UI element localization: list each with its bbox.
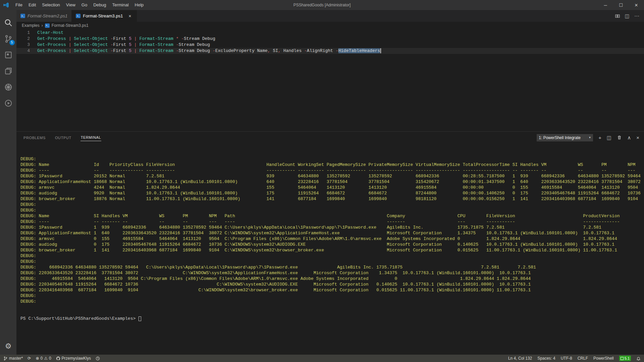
breadcrumb-folder[interactable]: Examples — [22, 23, 40, 28]
language-mode-status[interactable]: PowerShell — [593, 356, 614, 361]
eol-status[interactable]: CRLF — [578, 356, 588, 361]
cursor-position-status[interactable]: Ln 4, Col 132 — [508, 356, 532, 361]
git-branch-icon — [3, 356, 8, 361]
powershell-version-badge[interactable]: 5.1 — [619, 356, 631, 361]
terminal-line: DEBUG: ApplicationFrameHost 1 640 220363… — [20, 230, 644, 236]
tab-close-icon[interactable]: × — [127, 13, 132, 19]
notifications-bell-icon[interactable] — [636, 356, 641, 361]
terminal-line: DEBUG: 668942336 64634880 135278592 5946… — [20, 264, 644, 270]
tab-format-stream2[interactable]: >_ Format-Stream2.ps1 — [16, 10, 72, 22]
code-line[interactable]: 2Get-Process | Select-Object -First 5 | … — [16, 36, 644, 42]
tab-terminal[interactable]: TERMINAL — [80, 134, 101, 141]
terminal-line: DEBUG: — [20, 253, 644, 259]
terminal-line: DEBUG: armsvc 0 155 46915584 5464064 141… — [20, 236, 644, 242]
more-actions-icon[interactable]: ⋯ — [634, 13, 639, 19]
line-number: 1 — [16, 30, 37, 36]
menu-edit[interactable]: Edit — [25, 0, 39, 10]
menu-terminal[interactable]: Terminal — [109, 0, 131, 10]
sync-icon[interactable]: ⟳ — [28, 356, 31, 361]
terminal-line: DEBUG: audiodg 0 175 2203405467648 11915… — [20, 242, 644, 247]
menu-view[interactable]: View — [63, 0, 78, 10]
terminal-line: DEBUG: ApplicationFrameHost 18668 Normal… — [20, 179, 644, 185]
terminal-line: DEBUG: Name SI Handles VM WS PM NPM Path… — [20, 213, 644, 219]
breadcrumb-file[interactable]: Format-Stream3.ps1 — [52, 23, 89, 28]
extension-icon[interactable] — [0, 47, 16, 63]
encoding-status[interactable]: UTF-8 — [561, 356, 572, 361]
menu-file[interactable]: File — [12, 0, 25, 10]
maximize-panel-icon[interactable]: ∧ — [627, 135, 631, 140]
run-circle-icon[interactable] — [0, 95, 16, 111]
line-number: 2 — [16, 36, 37, 42]
terminal-line: DEBUG: armsvc 4244 Normal 1.824.29.8644 … — [20, 185, 644, 190]
split-terminal-icon[interactable]: ◫ — [607, 135, 611, 140]
warning-icon: ⚠ — [44, 356, 48, 361]
shell-selector-value: 1: PowerShell Integrate — [539, 135, 587, 140]
problems-status[interactable]: ⊗ 0 ⚠ 0 — [36, 356, 51, 361]
analyzer-wheel-icon[interactable] — [0, 79, 16, 95]
terminal-line: DEBUG: ---- -- ------- -- -- -- --- ----… — [20, 219, 644, 225]
shell-selector-dropdown[interactable]: 1: PowerShell Integrate ▼ — [537, 134, 593, 141]
terminal-line: DEBUG: ---- -- ------------- -----------… — [20, 168, 644, 173]
tab-label: Format-Stream3.ps1 — [83, 13, 123, 18]
panel-header: PROBLEMS OUTPUT TERMINAL 1: PowerShell I… — [16, 132, 644, 143]
github-icon — [56, 356, 60, 361]
terminal-line: DEBUG: browser_broker 18876 Normal 11.00… — [20, 196, 644, 202]
powershell-file-icon: >_ — [20, 14, 25, 18]
open-changes-icon[interactable] — [615, 13, 620, 19]
terminal-line: DEBUG: 2203405467648 11915264 6684672 10… — [20, 282, 644, 287]
tab-label: Format-Stream2.ps1 — [28, 13, 67, 18]
tab-problems[interactable]: PROBLEMS — [23, 134, 46, 141]
bottom-panel: PROBLEMS OUTPUT TERMINAL 1: PowerShell I… — [16, 131, 644, 355]
line-number: 4 — [16, 48, 37, 54]
search-icon[interactable] — [0, 15, 16, 31]
indentation-status[interactable]: Spaces: 4 — [537, 356, 555, 361]
chevron-down-icon: ▼ — [588, 136, 591, 139]
terminal-line: DEBUG: 1Password 20152 Normal 7.2.581 93… — [20, 173, 644, 179]
kill-terminal-trash-icon[interactable] — [617, 135, 622, 140]
code-line[interactable]: 1Clear-Host — [16, 30, 644, 36]
settings-gear-icon[interactable]: ⚙ — [5, 342, 12, 351]
terminal-line: DEBUG: audiodg 9920 Normal 10.0.17763.1 … — [20, 190, 644, 196]
terminal-cursor — [139, 316, 141, 321]
terminal-line: DEBUG: browser_broker 1 141 220341640396… — [20, 247, 644, 253]
title-bar: File Edit Selection View Go Debug Termin… — [0, 0, 644, 10]
clock-icon[interactable] — [96, 356, 100, 361]
terminal-line: DEBUG: — [20, 299, 644, 304]
new-terminal-icon[interactable]: + — [598, 135, 601, 140]
terminal-line: DEBUG: — [20, 202, 644, 207]
terminal-line: DEBUG: 2203633643520 23228416 37781504 3… — [20, 270, 644, 276]
chevron-right-icon: › — [42, 23, 43, 28]
menu-help[interactable]: Help — [132, 0, 147, 10]
source-control-badge: 5 — [9, 40, 15, 45]
terminal-prompt: PS C:\Support\GitHub\PSSharedGoods\Examp… — [20, 316, 644, 321]
breadcrumb[interactable]: Examples › >_ Format-Stream3.ps1 — [16, 22, 644, 29]
menu-debug[interactable]: Debug — [90, 0, 109, 10]
terminal-line: DEBUG: — [20, 259, 644, 264]
minimize-icon[interactable]: ─ — [598, 0, 613, 10]
close-icon[interactable]: ✕ — [629, 0, 644, 10]
menu-selection[interactable]: Selection — [39, 0, 63, 10]
close-panel-icon[interactable]: × — [636, 135, 639, 140]
menu-go[interactable]: Go — [78, 0, 90, 10]
terminal-line: DEBUG: — [20, 207, 644, 213]
code-editor[interactable]: 1Clear-Host2Get-Process | Select-Object … — [16, 29, 644, 131]
source-control-icon[interactable]: 5 — [0, 31, 16, 47]
git-branch-status[interactable]: master* — [3, 356, 23, 361]
terminal-line: DEBUG: 46915584 5464064 1413120 9504 C:\… — [20, 276, 644, 282]
split-editor-icon[interactable]: ◫ — [625, 13, 630, 19]
maximize-icon[interactable]: ☐ — [613, 0, 629, 10]
terminal-line: DEBUG: — [20, 156, 644, 162]
tab-output[interactable]: OUTPUT — [55, 134, 72, 141]
code-line[interactable]: 4Get-Process | Select-Object -First 5 | … — [16, 48, 644, 54]
code-line[interactable]: 3Get-Process | Select-Object -First 5 | … — [16, 42, 644, 48]
terminal-output[interactable]: DEBUG:DEBUG: Name Id PriorityClass FileV… — [16, 143, 644, 355]
editor-cursor — [380, 48, 381, 53]
tab-format-stream3[interactable]: >_ Format-Stream3.ps1 × — [72, 10, 137, 22]
error-icon: ⊗ — [36, 356, 39, 361]
terminal-line: DEBUG: 1Password 1 939 668942336 6463488… — [20, 225, 644, 230]
powershell-file-icon: >_ — [45, 23, 50, 28]
powershell-file-icon: >_ — [76, 14, 80, 18]
github-account[interactable]: PrzemyslawKlys — [56, 356, 91, 361]
files-icon[interactable] — [0, 63, 16, 79]
terminal-line: DEBUG: 2203416403968 6877184 1699840 910… — [20, 287, 644, 293]
